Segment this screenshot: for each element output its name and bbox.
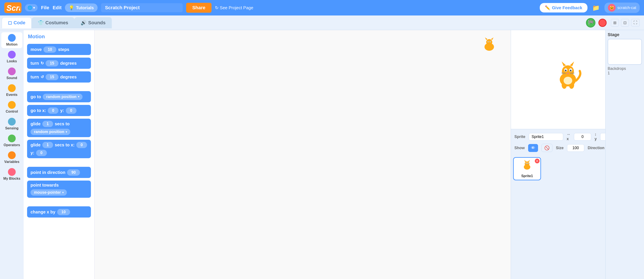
size-label: Size <box>556 146 564 150</box>
scratch-logo[interactable]: Scratch <box>4 2 22 13</box>
glide-xy-secs-input[interactable] <box>42 142 53 148</box>
language-button[interactable]: 🌐 ▾ <box>25 4 38 12</box>
glide-xy-label: glide <box>30 142 41 148</box>
glide-xy-y-input[interactable] <box>36 150 47 156</box>
motion-dot <box>8 34 16 42</box>
tab-code[interactable]: ◻ Code <box>2 17 32 28</box>
sidebar-item-control[interactable]: Control <box>1 99 22 115</box>
sprite-card-sprite1[interactable]: ✕ Sprite1 <box>513 157 541 180</box>
svg-point-33 <box>526 163 527 164</box>
block-glide-to[interactable]: glide secs to random position <box>27 119 91 137</box>
block-divider-1 <box>27 85 91 88</box>
show-hidden-button[interactable]: 🚫 <box>542 144 552 152</box>
x-coord-input[interactable] <box>574 133 591 140</box>
sprite-label: Sprite <box>514 134 525 139</box>
normal-view-button[interactable]: ⊞ <box>611 19 619 27</box>
tutorials-button[interactable]: 💡 Tutorials <box>65 4 98 12</box>
stage-panel-label: Stage <box>608 32 642 37</box>
turn-cw-input[interactable] <box>46 60 58 66</box>
stage-sprite <box>554 60 582 91</box>
glide-to-secs-label: secs to <box>55 122 70 126</box>
sidebar-label-looks: Looks <box>7 59 17 63</box>
svg-marker-11 <box>562 62 566 66</box>
point-dir-input[interactable] <box>67 170 80 176</box>
stage-thumbnail[interactable] <box>608 39 642 65</box>
sprite-delete-button[interactable]: ✕ <box>535 159 540 163</box>
glide-to-secs-input[interactable] <box>42 121 53 127</box>
sprite-card-image <box>522 160 532 173</box>
sidebar-item-my-blocks[interactable]: My Blocks <box>1 166 22 182</box>
move-steps-input[interactable] <box>44 46 56 53</box>
sidebar-label-control: Control <box>6 110 18 114</box>
goto-dropdown[interactable]: random position <box>43 94 82 100</box>
glide-xy-x-input[interactable] <box>76 142 87 148</box>
fullscreen-button[interactable]: ⛶ <box>631 19 640 26</box>
green-flag-button[interactable]: 🏁 <box>586 18 596 28</box>
stage-canvas[interactable] <box>511 30 605 129</box>
block-turn-ccw[interactable]: turn ↺ degrees <box>27 71 91 82</box>
glide-to-dropdown[interactable]: random position <box>30 129 70 135</box>
sidebar-item-operators[interactable]: Operators <box>1 133 22 149</box>
sidebar-label-motion: Motion <box>6 42 18 46</box>
see-project-label: See Project Page <box>220 5 254 10</box>
give-feedback-button[interactable]: ✏️ Give Feedback <box>540 3 588 12</box>
control-dot <box>8 101 16 109</box>
lang-chevron-icon: ▾ <box>33 5 35 10</box>
turn-ccw-degrees: degrees <box>60 74 77 80</box>
sprite-info-row1: Sprite ↔ x ↕ y <box>514 132 602 141</box>
block-goto-xy[interactable]: go to x: y: <box>27 105 91 116</box>
blocks-panel: Motion move steps turn ↻ degrees turn ↺ <box>24 30 94 279</box>
stop-button[interactable] <box>598 19 606 27</box>
sprite-name-input[interactable] <box>529 133 563 140</box>
variables-dot <box>8 151 16 159</box>
sidebar-item-events[interactable]: Events <box>1 82 22 98</box>
globe-icon: 🌐 <box>28 5 32 10</box>
turn-ccw-input[interactable] <box>46 74 58 80</box>
size-input[interactable] <box>567 144 584 152</box>
svg-point-7 <box>488 42 488 42</box>
sidebar-item-looks[interactable]: Looks <box>1 49 22 65</box>
block-turn-cw[interactable]: turn ↻ degrees <box>27 58 91 69</box>
change-x-input[interactable] <box>57 209 70 215</box>
block-goto[interactable]: go to random position <box>27 91 91 102</box>
sidebar-label-my-blocks: My Blocks <box>3 177 20 180</box>
file-menu-button[interactable]: File <box>41 5 49 10</box>
svg-point-2 <box>486 39 492 45</box>
tab-costumes[interactable]: 👕 Costumes <box>32 17 74 28</box>
show-visible-button[interactable]: 👁 <box>528 144 538 152</box>
sprite-grid: ✕ Sprite1 <box>513 157 603 180</box>
costumes-tab-icon: 👕 <box>38 20 44 26</box>
goto-xy-x-input[interactable] <box>48 108 58 114</box>
tab-sounds[interactable]: 🔊 Sounds <box>74 17 112 28</box>
turn-cw-icon: ↻ <box>41 61 44 66</box>
y-coord-label: ↕ y <box>594 132 597 141</box>
project-name-input[interactable] <box>101 3 183 12</box>
sounds-tab-label: Sounds <box>88 20 106 26</box>
sensing-dot <box>8 118 16 126</box>
goto-xy-label: go to x: <box>30 108 46 113</box>
see-project-button[interactable]: ↻ See Project Page <box>215 5 254 10</box>
change-x-label: change x by <box>30 210 56 214</box>
edit-menu-button[interactable]: Edit <box>53 5 62 10</box>
script-area[interactable] <box>94 30 511 279</box>
folder-button[interactable]: 📁 <box>591 3 601 13</box>
block-point-dir[interactable]: point in direction <box>27 167 91 178</box>
pencil-icon: ✏️ <box>545 5 550 10</box>
svg-marker-3 <box>485 38 488 40</box>
goto-xy-y-input[interactable] <box>66 108 76 114</box>
small-stage-button[interactable]: ⊡ <box>621 19 629 27</box>
block-point-towards[interactable]: point towards mouse-pointer <box>27 180 91 198</box>
block-move-steps[interactable]: move steps <box>27 44 91 55</box>
svg-point-26 <box>564 77 572 84</box>
folder-icon: 📁 <box>592 4 600 11</box>
block-glide-xy[interactable]: glide secs to x: y: <box>27 140 91 158</box>
sidebar-item-sound[interactable]: Sound <box>1 66 22 82</box>
block-change-x[interactable]: change x by <box>27 206 91 218</box>
sidebar-item-motion[interactable]: Motion <box>1 32 22 48</box>
sidebar-item-sensing[interactable]: Sensing <box>1 116 22 132</box>
sidebar-item-variables[interactable]: Variables <box>1 150 22 166</box>
point-towards-dropdown[interactable]: mouse-pointer <box>30 189 67 196</box>
share-button[interactable]: Share <box>186 3 211 13</box>
user-menu-button[interactable]: 🐱 scratch-cat <box>604 2 640 13</box>
block-divider-3 <box>27 200 91 204</box>
